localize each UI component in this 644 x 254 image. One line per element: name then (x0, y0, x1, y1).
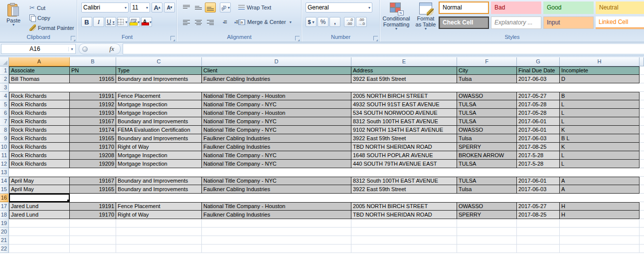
cell-D19[interactable] (202, 219, 351, 228)
cell-C19[interactable] (116, 219, 202, 228)
column-header-partial[interactable] (640, 57, 644, 66)
font-size-select[interactable]: 11 (130, 2, 150, 12)
cell-C15[interactable]: Boundary and Improvements (116, 185, 202, 194)
cell-F9[interactable]: Tulsa (457, 134, 517, 143)
cell-D18[interactable]: Faulkner Cabling Industries (202, 211, 351, 219)
style-explanatory[interactable]: Explanatory ... (491, 16, 541, 29)
cell-partial-16[interactable] (640, 194, 644, 202)
cell-B5[interactable]: 19192 (70, 100, 116, 109)
cell-G17[interactable]: 2017-05-27 (517, 202, 560, 211)
row-header-6[interactable]: 6 (0, 109, 9, 117)
cell-H5[interactable]: L (560, 100, 640, 109)
align-left-button[interactable] (181, 17, 192, 27)
cell-A22[interactable] (9, 245, 70, 253)
column-header-C[interactable]: C (116, 57, 202, 66)
cell-H3[interactable] (560, 83, 640, 92)
cell-D5[interactable]: National Title Company - NYC (202, 100, 351, 109)
cell-F14[interactable]: TULSA (457, 177, 517, 185)
column-header-E[interactable]: E (351, 57, 457, 66)
cell-D10[interactable]: Faulkner Cabling Industries (202, 143, 351, 151)
row-header-11[interactable]: 11 (0, 151, 9, 160)
cell-F11[interactable]: BROKEN ARROW (457, 151, 517, 160)
cell-F18[interactable]: SPERRY (457, 211, 517, 219)
cell-F7[interactable]: TULSA (457, 117, 517, 126)
cell-A12[interactable]: Rock Richards (9, 160, 70, 168)
cell-partial-1[interactable] (640, 66, 644, 75)
name-box[interactable]: A16 ▾ (1, 44, 76, 54)
cell-H16[interactable] (560, 194, 640, 202)
cell-B22[interactable] (70, 245, 116, 253)
cell-C21[interactable] (116, 236, 202, 245)
column-header-D[interactable]: D (202, 57, 351, 66)
cell-E21[interactable] (351, 236, 457, 245)
cell-G2[interactable]: 2017-06-03 (517, 75, 560, 83)
cell-partial-22[interactable] (640, 245, 644, 253)
cell-H6[interactable]: L (560, 109, 640, 117)
cell-C8[interactable]: FEMA Evaluation Certification (116, 126, 202, 134)
cell-C20[interactable] (116, 228, 202, 236)
cell-E19[interactable] (351, 219, 457, 228)
cell-H4[interactable]: B (560, 92, 640, 100)
row-header-2[interactable]: 2 (0, 75, 9, 83)
cell-B12[interactable]: 19209 (70, 160, 116, 168)
cell-B19[interactable] (70, 219, 116, 228)
row-header-4[interactable]: 4 (0, 92, 9, 100)
cell-G20[interactable] (517, 228, 560, 236)
cell-G4[interactable]: 2017-05-27 (517, 92, 560, 100)
style-check-cell[interactable]: Check Cell (439, 16, 489, 29)
cell-D11[interactable]: National Title Company - NYC (202, 151, 351, 160)
cell-G10[interactable]: 2017-08-25 (517, 143, 560, 151)
row-header-14[interactable]: 14 (0, 177, 9, 185)
cell-F4[interactable]: OWASSO (457, 92, 517, 100)
cell-D6[interactable]: National Title Company - Houston (202, 109, 351, 117)
cell-H8[interactable]: K (560, 126, 640, 134)
cell-A10[interactable]: Rock Richards (9, 143, 70, 151)
cell-E4[interactable]: 2005 NORTH BIRCH STREET (351, 92, 457, 100)
cell-C7[interactable]: Boundary and Improvements (116, 117, 202, 126)
font-name-select[interactable]: Calibri (81, 2, 129, 12)
cell-E1[interactable]: Address (351, 66, 457, 75)
format-painter-button[interactable]: Format Painter (27, 23, 76, 32)
cell-F22[interactable] (457, 245, 517, 253)
cell-H15[interactable]: A (560, 185, 640, 194)
row-header-18[interactable]: 18 (0, 211, 9, 219)
cell-partial-8[interactable] (640, 126, 644, 134)
cell-G15[interactable]: 2017-06-03 (517, 185, 560, 194)
cell-B21[interactable] (70, 236, 116, 245)
cell-E17[interactable]: 2005 NORTH BIRCH STREET (351, 202, 457, 211)
cell-C2[interactable]: Boundary and Improvements (116, 75, 202, 83)
cell-G3[interactable] (517, 83, 560, 92)
cell-C1[interactable]: Type (116, 66, 202, 75)
comma-style-button[interactable]: , (329, 17, 340, 27)
cell-D1[interactable]: Client (202, 66, 351, 75)
cell-D17[interactable]: National Title Company - Houston (202, 202, 351, 211)
cell-B1[interactable]: PN (70, 66, 116, 75)
accounting-format-button[interactable]: $ (306, 17, 317, 27)
cell-G22[interactable] (517, 245, 560, 253)
cut-button[interactable]: Cut (27, 3, 47, 12)
row-header-17[interactable]: 17 (0, 202, 9, 211)
cell-B20[interactable] (70, 228, 116, 236)
formula-input[interactable] (123, 43, 644, 54)
cell-C4[interactable]: Fence Placement (116, 92, 202, 100)
cell-D14[interactable]: National Title Company - NYC (202, 177, 351, 185)
cell-A2[interactable]: Bill Thomas (9, 75, 70, 83)
cell-A20[interactable] (9, 228, 70, 236)
cell-C17[interactable]: Fence Placement (116, 202, 202, 211)
cell-C6[interactable]: Mortgage Inspection (116, 109, 202, 117)
cell-D22[interactable] (202, 245, 351, 253)
row-header-12[interactable]: 12 (0, 160, 9, 168)
cell-C12[interactable]: Mortgage Inspection (116, 160, 202, 168)
cell-partial-15[interactable] (640, 185, 644, 194)
cell-D16[interactable] (202, 194, 351, 202)
cell-A3[interactable] (9, 83, 70, 92)
cell-A15[interactable]: April May (9, 185, 70, 194)
row-header-8[interactable]: 8 (0, 126, 9, 134)
cell-D9[interactable]: Faulkner Cabling Industries (202, 134, 351, 143)
cell-F13[interactable] (457, 168, 517, 177)
cell-A5[interactable]: Rock Richards (9, 100, 70, 109)
style-normal[interactable]: Normal (439, 1, 489, 14)
fill-color-button[interactable] (129, 17, 140, 27)
cell-partial-9[interactable] (640, 134, 644, 143)
increase-decimal-button[interactable]: ←.0.00 (344, 17, 355, 27)
